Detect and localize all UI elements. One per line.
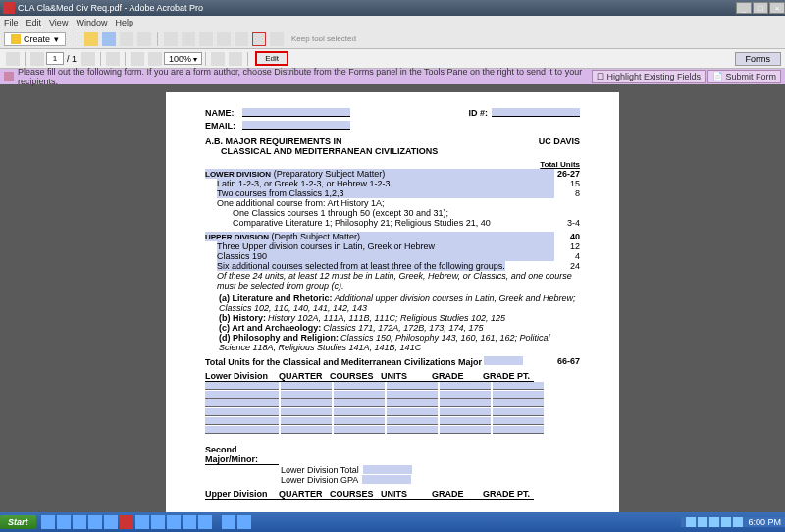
fit-width-icon[interactable] (229, 52, 242, 66)
submit-form-button[interactable]: 📄 Submit Form (707, 70, 781, 83)
table-cell[interactable] (334, 408, 385, 416)
edit-button[interactable]: Edit (255, 51, 288, 66)
table-cell[interactable] (440, 408, 491, 416)
prev-page-icon[interactable] (30, 52, 44, 66)
table-cell[interactable] (334, 417, 385, 425)
taskbar-item[interactable] (222, 515, 236, 529)
tray-icon[interactable] (721, 517, 731, 527)
table-cell[interactable] (205, 426, 279, 434)
menu-window[interactable]: Window (76, 18, 107, 27)
fit-icon[interactable] (211, 52, 225, 66)
document-viewer[interactable]: NAME: ID #: EMAIL: A.B. MAJOR REQUIREMEN… (0, 84, 785, 516)
quick-launch-icon[interactable] (135, 515, 149, 529)
table-cell[interactable] (281, 408, 332, 416)
tool-icon[interactable] (252, 32, 266, 46)
table-cell[interactable] (387, 399, 438, 407)
zoom-out-icon[interactable] (131, 52, 144, 66)
maximize-button[interactable]: □ (753, 2, 768, 14)
menu-edit[interactable]: Edit (26, 18, 42, 27)
table-cell[interactable] (387, 382, 438, 390)
quick-launch-icon[interactable] (151, 515, 165, 529)
forms-button[interactable]: Forms (735, 52, 782, 66)
table-cell[interactable] (440, 382, 491, 390)
system-tray: 6:00 PM (681, 517, 785, 527)
table-cell[interactable] (493, 408, 544, 416)
table-cell[interactable] (281, 417, 332, 425)
table-cell[interactable] (493, 399, 544, 407)
table-cell[interactable] (205, 417, 279, 425)
tray-icon[interactable] (686, 517, 696, 527)
table-cell[interactable] (493, 391, 544, 399)
create-button[interactable]: Create▾ (4, 32, 66, 46)
table-cell[interactable] (440, 426, 491, 434)
table-cell[interactable] (440, 391, 491, 399)
table-cell[interactable] (334, 399, 385, 407)
table-cell[interactable] (493, 426, 544, 434)
mail-icon[interactable] (137, 32, 151, 46)
zoom-select[interactable]: 100% ▾ (164, 52, 202, 65)
table-cell[interactable] (334, 391, 385, 399)
quick-launch-icon[interactable] (167, 515, 181, 529)
toolbar-primary: Create▾ Keep tool selected (0, 29, 785, 49)
open-icon[interactable] (84, 32, 98, 46)
tool-icon[interactable] (199, 32, 213, 46)
table-cell[interactable] (281, 426, 332, 434)
quick-launch-icon[interactable] (41, 515, 55, 529)
tool-icon[interactable] (235, 32, 248, 46)
print-icon[interactable] (120, 32, 133, 46)
quick-launch-icon[interactable] (120, 515, 133, 529)
tool-icon[interactable] (217, 32, 231, 46)
table-cell[interactable] (205, 408, 279, 416)
id-field[interactable] (492, 108, 580, 117)
table-cell[interactable] (281, 399, 332, 407)
table-cell[interactable] (493, 382, 544, 390)
email-field[interactable] (242, 121, 350, 130)
table-cell[interactable] (387, 417, 438, 425)
tray-icon[interactable] (698, 517, 707, 527)
menu-view[interactable]: View (49, 18, 68, 27)
quick-launch-icon[interactable] (57, 515, 71, 529)
table-cell[interactable] (281, 382, 332, 390)
quick-launch-icon[interactable] (104, 515, 118, 529)
menu-file[interactable]: File (4, 18, 19, 27)
tray-icon[interactable] (709, 517, 719, 527)
table-cell[interactable] (440, 417, 491, 425)
menu-help[interactable]: Help (115, 18, 133, 27)
page-thumbs-icon[interactable] (6, 52, 20, 66)
highlight-fields-button[interactable]: ☐ Highlight Existing Fields (592, 70, 706, 83)
ld-total-field[interactable] (363, 465, 412, 474)
table-cell[interactable] (387, 426, 438, 434)
clock[interactable]: 6:00 PM (748, 517, 781, 527)
save-icon[interactable] (102, 32, 116, 46)
page-input[interactable] (46, 52, 64, 65)
table-cell[interactable] (387, 391, 438, 399)
table-cell[interactable] (334, 426, 385, 434)
taskbar-item[interactable] (237, 515, 251, 529)
total-field[interactable] (484, 356, 523, 365)
quick-launch-icon[interactable] (88, 515, 102, 529)
table-cell[interactable] (205, 399, 279, 407)
tool-icon[interactable] (182, 32, 195, 46)
table-cell[interactable] (281, 391, 332, 399)
quick-launch-icon[interactable] (183, 515, 196, 529)
quick-launch-icon[interactable] (198, 515, 212, 529)
tray-icon[interactable] (733, 517, 743, 527)
table-cell[interactable] (493, 417, 544, 425)
ld-gpa-field[interactable] (362, 475, 411, 484)
tool-icon[interactable] (270, 32, 284, 46)
close-button[interactable]: × (769, 2, 785, 14)
hand-icon[interactable] (106, 52, 120, 66)
quick-launch-icon[interactable] (73, 515, 86, 529)
zoom-in-icon[interactable] (148, 52, 162, 66)
minimize-button[interactable]: _ (736, 2, 752, 14)
taskbar: Start 6:00 PM (0, 512, 785, 532)
tool-icon[interactable] (164, 32, 178, 46)
table-cell[interactable] (334, 382, 385, 390)
table-cell[interactable] (387, 408, 438, 416)
table-cell[interactable] (205, 391, 279, 399)
table-cell[interactable] (440, 399, 491, 407)
next-page-icon[interactable] (81, 52, 95, 66)
start-button[interactable]: Start (0, 515, 36, 529)
table-cell[interactable] (205, 382, 279, 390)
name-field[interactable] (242, 108, 350, 117)
